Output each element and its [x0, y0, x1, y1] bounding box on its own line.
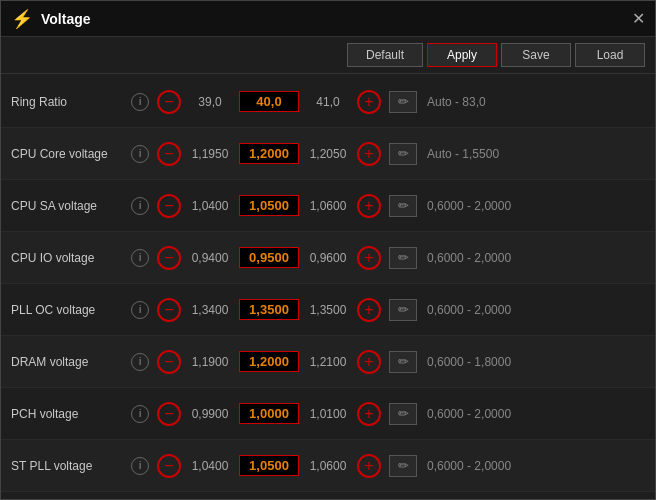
- next-value-7: 1,0600: [303, 459, 353, 473]
- info-icon-2[interactable]: i: [131, 197, 149, 215]
- range-label-0: Auto - 83,0: [427, 95, 645, 109]
- range-label-4: 0,6000 - 2,0000: [427, 303, 645, 317]
- decrement-button-2[interactable]: −: [157, 194, 181, 218]
- controls-6: − 0,9900 1,0000 1,0100 +: [157, 402, 381, 426]
- close-button[interactable]: ✕: [632, 11, 645, 27]
- increment-button-6[interactable]: +: [357, 402, 381, 426]
- controls-0: − 39,0 40,0 41,0 +: [157, 90, 381, 114]
- controls-5: − 1,1900 1,2000 1,2100 +: [157, 350, 381, 374]
- prev-value-1: 1,1950: [185, 147, 235, 161]
- edit-button-5[interactable]: ✏: [389, 351, 417, 373]
- next-value-5: 1,2100: [303, 355, 353, 369]
- current-value-1: 1,2000: [239, 143, 299, 164]
- info-icon-4[interactable]: i: [131, 301, 149, 319]
- table-row: CPU SA voltage i − 1,0400 1,0500 1,0600 …: [1, 180, 655, 232]
- controls-4: − 1,3400 1,3500 1,3500 +: [157, 298, 381, 322]
- prev-value-3: 0,9400: [185, 251, 235, 265]
- next-value-2: 1,0600: [303, 199, 353, 213]
- increment-button-2[interactable]: +: [357, 194, 381, 218]
- increment-button-1[interactable]: +: [357, 142, 381, 166]
- range-label-6: 0,6000 - 2,0000: [427, 407, 645, 421]
- current-value-4: 1,3500: [239, 299, 299, 320]
- table-row: DRAM voltage i − 1,1900 1,2000 1,2100 + …: [1, 336, 655, 388]
- default-button[interactable]: Default: [347, 43, 423, 67]
- range-label-7: 0,6000 - 2,0000: [427, 459, 645, 473]
- info-icon-5[interactable]: i: [131, 353, 149, 371]
- row-label-3: CPU IO voltage: [11, 251, 131, 265]
- content-area: Ring Ratio i − 39,0 40,0 41,0 + ✏ Auto -…: [1, 74, 655, 499]
- next-value-1: 1,2050: [303, 147, 353, 161]
- table-row: PCH voltage i − 0,9900 1,0000 1,0100 + ✏…: [1, 388, 655, 440]
- edit-button-7[interactable]: ✏: [389, 455, 417, 477]
- row-label-0: Ring Ratio: [11, 95, 131, 109]
- table-row: Ring Ratio i − 39,0 40,0 41,0 + ✏ Auto -…: [1, 76, 655, 128]
- window-title: Voltage: [41, 11, 632, 27]
- lightning-icon: ⚡: [11, 8, 33, 30]
- current-value-0: 40,0: [239, 91, 299, 112]
- info-icon-6[interactable]: i: [131, 405, 149, 423]
- range-label-2: 0,6000 - 2,0000: [427, 199, 645, 213]
- controls-3: − 0,9400 0,9500 0,9600 +: [157, 246, 381, 270]
- prev-value-0: 39,0: [185, 95, 235, 109]
- increment-button-4[interactable]: +: [357, 298, 381, 322]
- increment-button-3[interactable]: +: [357, 246, 381, 270]
- row-label-2: CPU SA voltage: [11, 199, 131, 213]
- current-value-2: 1,0500: [239, 195, 299, 216]
- save-button[interactable]: Save: [501, 43, 571, 67]
- table-row: CPU IO voltage i − 0,9400 0,9500 0,9600 …: [1, 232, 655, 284]
- edit-button-0[interactable]: ✏: [389, 91, 417, 113]
- increment-button-7[interactable]: +: [357, 454, 381, 478]
- info-icon-7[interactable]: i: [131, 457, 149, 475]
- decrement-button-5[interactable]: −: [157, 350, 181, 374]
- edit-button-1[interactable]: ✏: [389, 143, 417, 165]
- table-row: PLL OC voltage i − 1,3400 1,3500 1,3500 …: [1, 284, 655, 336]
- next-value-4: 1,3500: [303, 303, 353, 317]
- row-label-1: CPU Core voltage: [11, 147, 131, 161]
- prev-value-7: 1,0400: [185, 459, 235, 473]
- prev-value-2: 1,0400: [185, 199, 235, 213]
- info-icon-0[interactable]: i: [131, 93, 149, 111]
- toolbar: Default Apply Save Load: [1, 37, 655, 74]
- edit-button-6[interactable]: ✏: [389, 403, 417, 425]
- range-label-3: 0,6000 - 2,0000: [427, 251, 645, 265]
- decrement-button-6[interactable]: −: [157, 402, 181, 426]
- row-label-7: ST PLL voltage: [11, 459, 131, 473]
- decrement-button-0[interactable]: −: [157, 90, 181, 114]
- controls-1: − 1,1950 1,2000 1,2050 +: [157, 142, 381, 166]
- increment-button-5[interactable]: +: [357, 350, 381, 374]
- increment-button-0[interactable]: +: [357, 90, 381, 114]
- range-label-5: 0,6000 - 1,8000: [427, 355, 645, 369]
- info-icon-3[interactable]: i: [131, 249, 149, 267]
- row-label-6: PCH voltage: [11, 407, 131, 421]
- edit-button-4[interactable]: ✏: [389, 299, 417, 321]
- table-row: ST PLL voltage i − 1,0400 1,0500 1,0600 …: [1, 440, 655, 492]
- next-value-0: 41,0: [303, 95, 353, 109]
- row-label-4: PLL OC voltage: [11, 303, 131, 317]
- controls-7: − 1,0400 1,0500 1,0600 +: [157, 454, 381, 478]
- decrement-button-3[interactable]: −: [157, 246, 181, 270]
- voltage-window: ⚡ Voltage ✕ Default Apply Save Load Ring…: [0, 0, 656, 500]
- controls-2: − 1,0400 1,0500 1,0600 +: [157, 194, 381, 218]
- decrement-button-4[interactable]: −: [157, 298, 181, 322]
- prev-value-6: 0,9900: [185, 407, 235, 421]
- title-bar: ⚡ Voltage ✕: [1, 1, 655, 37]
- decrement-button-1[interactable]: −: [157, 142, 181, 166]
- range-label-1: Auto - 1,5500: [427, 147, 645, 161]
- next-value-6: 1,0100: [303, 407, 353, 421]
- current-value-5: 1,2000: [239, 351, 299, 372]
- next-value-3: 0,9600: [303, 251, 353, 265]
- prev-value-5: 1,1900: [185, 355, 235, 369]
- edit-button-3[interactable]: ✏: [389, 247, 417, 269]
- load-button[interactable]: Load: [575, 43, 645, 67]
- apply-button[interactable]: Apply: [427, 43, 497, 67]
- prev-value-4: 1,3400: [185, 303, 235, 317]
- current-value-7: 1,0500: [239, 455, 299, 476]
- info-icon-1[interactable]: i: [131, 145, 149, 163]
- edit-button-2[interactable]: ✏: [389, 195, 417, 217]
- decrement-button-7[interactable]: −: [157, 454, 181, 478]
- current-value-6: 1,0000: [239, 403, 299, 424]
- row-label-5: DRAM voltage: [11, 355, 131, 369]
- table-row: CPU Core voltage i − 1,1950 1,2000 1,205…: [1, 128, 655, 180]
- current-value-3: 0,9500: [239, 247, 299, 268]
